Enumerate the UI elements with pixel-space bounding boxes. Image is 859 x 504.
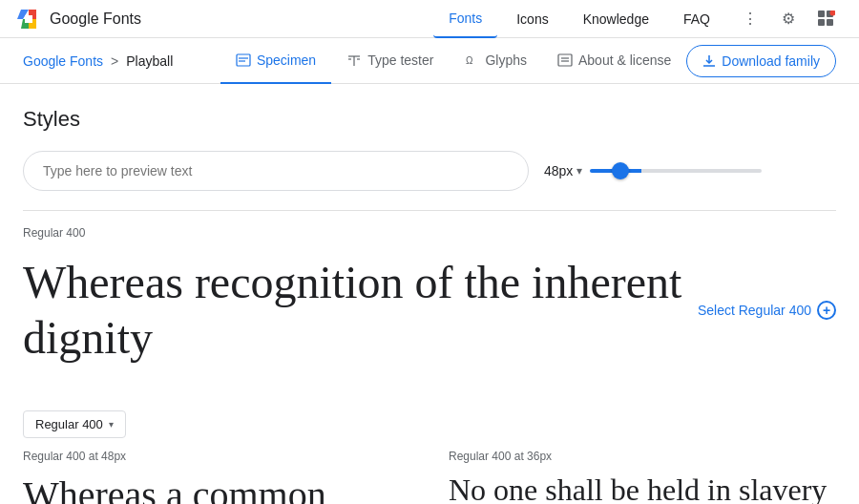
preview-bar: 48px ▾	[23, 151, 836, 191]
style-preview-row: Whereas recognition of the inherent dign…	[23, 247, 836, 380]
size-control: 48px ▾	[544, 163, 762, 178]
style-weight-label: Regular 400	[23, 226, 836, 240]
regular-400-section: Regular 400 Whereas recognition of the i…	[23, 210, 836, 395]
svg-rect-1	[818, 10, 825, 17]
tab-specimen[interactable]: Specimen	[220, 38, 331, 84]
logo-area: Google Fonts	[15, 6, 141, 32]
tab-type-tester[interactable]: Type tester	[331, 38, 449, 84]
info-icon	[557, 52, 573, 68]
select-regular-400-button[interactable]: Select Regular 400 +	[698, 301, 836, 320]
nav-icons[interactable]: Icons	[501, 0, 563, 38]
styles-heading: Styles	[23, 107, 836, 132]
style-dropdown[interactable]: Regular 400 ▾	[23, 410, 126, 438]
app-name: Google Fonts	[50, 10, 141, 28]
google-logo-icon	[15, 6, 42, 32]
tab-glyphs[interactable]: Ω Glyphs	[449, 38, 542, 84]
bottom-section: Regular 400 ▾ Regular 400 at 48px Wherea…	[23, 395, 836, 504]
svg-rect-0	[25, 15, 32, 23]
svg-rect-3	[818, 19, 825, 26]
size-value: 48px	[544, 163, 573, 178]
breadcrumb-parent[interactable]: Google Fonts	[23, 53, 103, 69]
svg-text:Ω: Ω	[466, 55, 473, 66]
left-caption: Regular 400 at 48px	[23, 450, 410, 463]
style-dropdown-row: Regular 400 ▾	[23, 410, 836, 438]
tab-about-label: About & license	[578, 52, 671, 68]
top-navigation: Google Fonts Fonts Icons Knowledge FAQ ⋮…	[0, 0, 859, 38]
main-nav: Fonts Icons Knowledge FAQ	[433, 0, 725, 38]
more-options-button[interactable]: ⋮	[733, 2, 767, 36]
main-content: Styles 48px ▾ Regular 400 Whereas recogn…	[0, 84, 859, 504]
style-preview-text: Whereas recognition of the inherent dign…	[23, 255, 698, 365]
size-slider[interactable]	[590, 169, 762, 173]
size-label[interactable]: 48px ▾	[544, 163, 582, 178]
svg-rect-14	[558, 54, 572, 66]
nav-knowledge[interactable]: Knowledge	[568, 0, 664, 38]
two-column-preview: Regular 400 at 48px Whereas a common und…	[23, 450, 836, 504]
svg-rect-6	[237, 54, 250, 66]
right-caption: Regular 400 at 36px	[449, 450, 836, 463]
left-preview-text: Whereas a common understanding of these …	[23, 471, 410, 504]
left-column: Regular 400 at 48px Whereas a common und…	[23, 450, 410, 504]
select-regular-label: Select Regular 400	[698, 303, 811, 318]
preview-text-input[interactable]	[23, 151, 529, 191]
svg-rect-4	[827, 19, 833, 26]
nav-icon-group: ⋮ ⚙	[733, 2, 844, 36]
glyphs-icon: Ω	[464, 52, 479, 68]
right-preview-text: No one shall be held in slavery or servi…	[449, 471, 836, 504]
download-family-label: Download family	[722, 53, 820, 69]
breadcrumb-separator: >	[111, 53, 118, 69]
tab-glyphs-label: Glyphs	[485, 52, 527, 68]
download-icon	[702, 54, 716, 68]
grid-icon	[818, 10, 835, 28]
nav-faq[interactable]: FAQ	[668, 0, 725, 38]
grid-apps-button[interactable]	[809, 2, 844, 36]
size-chevron-icon: ▾	[576, 164, 582, 178]
breadcrumb-tabs-bar: Google Fonts > Playball Specimen Type te…	[0, 38, 859, 84]
dropdown-chevron-icon: ▾	[109, 419, 114, 430]
settings-button[interactable]: ⚙	[771, 2, 806, 36]
breadcrumb-current: Playball	[126, 53, 173, 69]
type-icon	[346, 52, 362, 68]
specimen-icon	[236, 52, 251, 68]
right-column: Regular 400 at 36px No one shall be held…	[449, 450, 836, 504]
nav-fonts[interactable]: Fonts	[433, 0, 497, 38]
breadcrumb: Google Fonts > Playball	[23, 53, 173, 69]
download-family-button[interactable]: Download family	[686, 45, 836, 77]
style-dropdown-label: Regular 400	[35, 417, 103, 431]
tab-specimen-label: Specimen	[257, 52, 316, 68]
tab-type-tester-label: Type tester	[367, 52, 433, 68]
tab-about[interactable]: About & license	[542, 38, 686, 84]
tab-bar: Specimen Type tester Ω Glyphs About & l	[220, 38, 836, 84]
plus-icon: +	[817, 301, 836, 320]
